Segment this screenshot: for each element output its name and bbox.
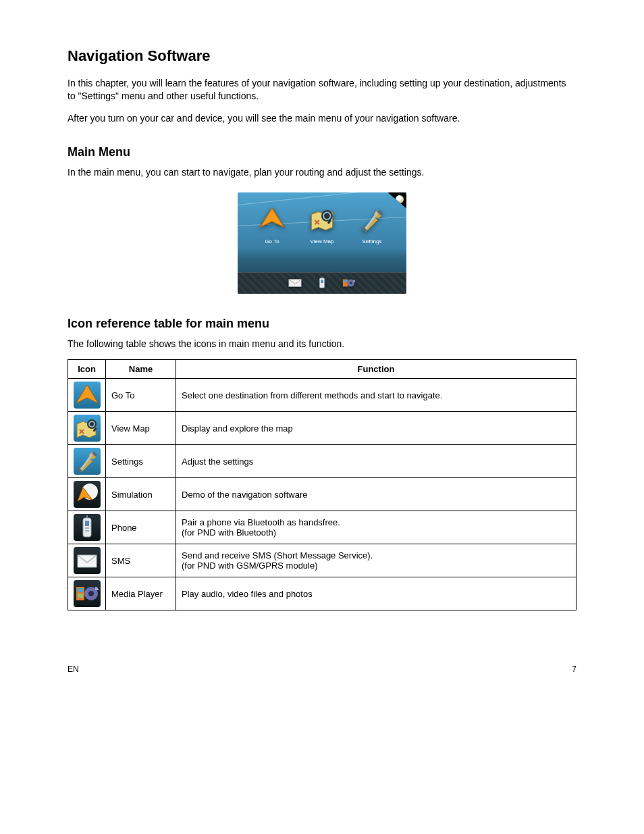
svg-marker-14: [76, 385, 98, 403]
sms-icon: [74, 547, 101, 574]
svg-rect-25: [85, 527, 89, 529]
table-row: Go To Select one destination from differ…: [68, 379, 576, 412]
subheading-main-menu: Main Menu: [68, 145, 576, 159]
row-name: View Map: [106, 412, 176, 445]
table-row: View Map Display and explore the map: [68, 412, 576, 445]
media-icon: [342, 276, 356, 290]
table-row: Simulation Demo of the navigation softwa…: [68, 478, 576, 511]
row-func: Pair a phone via Bluetooth as handsfree.…: [176, 511, 576, 544]
intro-paragraph-2: After you turn on your car and device, y…: [68, 112, 576, 125]
subheading-icon-ref: Icon reference table for main menu: [68, 317, 576, 331]
row-func: Select one destination from different me…: [176, 379, 576, 412]
screenshot-viewmap: View Map: [308, 206, 336, 244]
row-name: Go To: [106, 379, 176, 412]
tools-icon: [358, 206, 386, 234]
screenshot-dock: [238, 272, 406, 294]
device-screenshot: Go To View Map: [238, 192, 406, 294]
svg-marker-0: [260, 208, 284, 227]
page-footer: EN 7: [68, 664, 576, 674]
screenshot-settings: Settings: [358, 206, 386, 244]
table-row: Media Player Play audio, video files and…: [68, 577, 576, 610]
screenshot-goto: Go To: [258, 206, 286, 244]
simulation-icon: [74, 481, 101, 508]
svg-rect-30: [78, 588, 83, 592]
viewmap-icon: [74, 415, 101, 442]
table-row: Settings Adjust the settings: [68, 445, 576, 478]
footer-lang: EN: [68, 664, 79, 674]
envelope-icon: [288, 276, 302, 290]
row-func: Play audio, video files and photos: [176, 577, 576, 610]
table-header-function: Function: [176, 360, 576, 379]
row-name: Settings: [106, 445, 176, 478]
svg-rect-26: [85, 530, 89, 531]
icon-reference-table: Icon Name Function Go To Select one dest…: [68, 359, 576, 610]
svg-point-33: [88, 591, 94, 596]
row-name: SMS: [106, 544, 176, 577]
goto-icon: [74, 382, 101, 409]
arrow-icon: [258, 206, 286, 234]
section-heading: Navigation Software: [68, 47, 576, 65]
media-player-icon: [74, 580, 101, 607]
main-menu-text: In the main menu, you can start to navig…: [68, 166, 576, 179]
svg-point-13: [350, 282, 352, 284]
map-icon: [308, 206, 336, 234]
svg-rect-8: [321, 280, 323, 283]
table-row: Phone Pair a phone via Bluetooth as hand…: [68, 511, 576, 544]
svg-rect-31: [78, 594, 83, 598]
table-header-name: Name: [106, 360, 176, 379]
row-name: Phone: [106, 511, 176, 544]
svg-rect-24: [85, 521, 89, 526]
row-func: Adjust the settings: [176, 445, 576, 478]
row-name: Media Player: [106, 577, 176, 610]
row-func: Demo of the navigation software: [176, 478, 576, 511]
footer-page-number: 7: [572, 664, 576, 674]
intro-paragraph-1: In this chapter, you will learn the feat…: [68, 77, 576, 103]
row-name: Simulation: [106, 478, 176, 511]
row-func: Display and explore the map: [176, 412, 576, 445]
phone-icon: [74, 514, 101, 541]
row-func: Send and receive SMS (Short Message Serv…: [176, 544, 576, 577]
table-header-icon: Icon: [68, 360, 106, 379]
settings-icon: [74, 448, 101, 475]
svg-rect-11: [344, 280, 348, 282]
table-row: SMS Send and receive SMS (Short Message …: [68, 544, 576, 577]
phone-icon: [315, 276, 329, 290]
icon-ref-text: The following table shows the icons in m…: [68, 338, 576, 350]
